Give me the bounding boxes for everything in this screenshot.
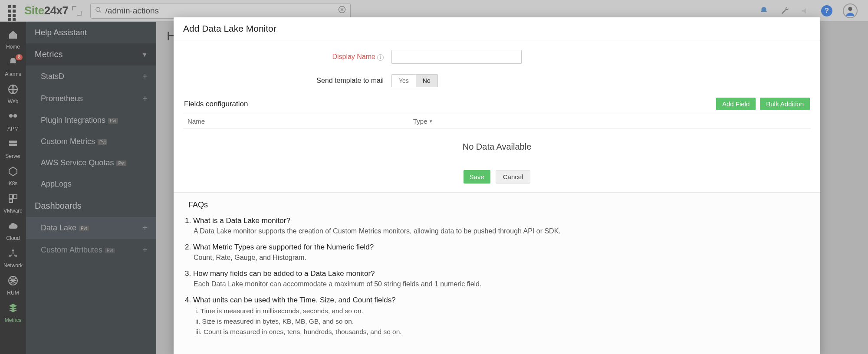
wrench-icon[interactable] [779,6,790,16]
left-rail: Home 8Alarms Web APM Server K8s VMware C… [0,22,26,354]
chevron-down-icon: ▼ [141,51,148,58]
pvt-badge: Pvt [105,248,115,253]
svg-point-15 [12,249,14,251]
add-data-lake-modal: Add Data Lake Monitor Display Namei Send… [174,17,820,354]
sidebar-aws-service-quotas[interactable]: AWS Service QuotasPvt [26,152,156,174]
col-name: Name [187,118,413,125]
info-icon[interactable]: i [377,54,384,61]
svg-point-0 [96,7,100,11]
rail-network[interactable]: Network [0,245,26,272]
sidebar-data-lake[interactable]: Data LakePvt+ [26,217,156,239]
toggle-yes[interactable]: Yes [392,75,416,87]
faq-question: 4. What units can be used with the Time,… [185,296,809,305]
sidebar-statsd[interactable]: StatsD+ [26,66,156,88]
rail-alarms[interactable]: 8Alarms [0,53,26,81]
apps-launcher-icon[interactable] [4,3,19,18]
rail-label: K8s [9,180,18,187]
svg-rect-12 [9,195,13,198]
expand-icon[interactable] [72,6,82,16]
logo-part1: Site [24,4,44,17]
faq-answer: Each Data Lake monitor can accommodate a… [185,280,809,288]
plus-icon[interactable]: + [142,72,148,82]
clear-search-icon[interactable] [338,6,346,16]
faq-question: 2. What Metric Types are supported for t… [185,243,809,252]
user-avatar[interactable] [843,3,858,18]
svg-rect-10 [9,144,17,146]
rail-apm[interactable]: APM [0,108,26,135]
svg-rect-9 [9,141,17,143]
rail-rum[interactable]: RUM [0,272,26,299]
fields-config-title: Fields configuration [184,100,248,108]
sidebar-dashboards-header[interactable]: Dashboards [26,195,156,217]
faq-answer: Count, Rate, Gauge, and Histogram. [185,254,809,262]
rail-label: APM [7,126,19,132]
plus-icon[interactable]: + [142,94,148,104]
display-name-input[interactable] [391,50,522,64]
svg-marker-11 [9,167,17,176]
faq-sub-answer: i. Time is measured in milliseconds, sec… [185,307,809,315]
sidebar-custom-metrics[interactable]: Custom MetricsPvt [26,131,156,152]
sidebar-prometheus[interactable]: Prometheus+ [26,88,156,110]
rail-metrics[interactable]: Metrics [0,299,26,327]
logo-part2: 24x7 [44,4,69,17]
svg-point-7 [9,114,13,118]
rail-cloud[interactable]: Cloud [0,217,26,245]
plus-icon[interactable]: + [142,245,148,255]
fields-table-header: Name Type▾ [183,114,811,129]
pvt-badge: Pvt [98,139,107,145]
sidebar-help-assistant[interactable]: Help Assistant [26,22,156,43]
rail-label: VMware [3,208,23,214]
search-input[interactable] [105,6,338,16]
svg-rect-14 [9,199,13,203]
faq-question: 1. What is a Data Lake monitor? [185,216,809,225]
svg-point-17 [15,255,17,257]
cancel-button[interactable]: Cancel [496,170,531,184]
plus-icon[interactable]: + [142,223,148,233]
logo[interactable]: Site24x7 [24,4,69,17]
svg-point-8 [13,114,17,118]
announcement-icon[interactable] [800,6,811,16]
col-type[interactable]: Type▾ [413,118,432,125]
pvt-badge: Pvt [116,161,126,166]
chevron-down-icon: ▾ [430,118,432,124]
modal-title: Add Data Lake Monitor [174,17,820,40]
rail-home[interactable]: Home [0,26,26,53]
sidebar: Help Assistant Metrics▼ StatsD+ Promethe… [26,22,156,354]
sidebar-applogs[interactable]: AppLogs [26,174,156,195]
pvt-badge: Pvt [79,226,89,231]
alarm-badge: 8 [16,54,23,60]
svg-point-16 [9,255,11,257]
faq-sub-answer: ii. Size is measured in bytes, KB, MB, G… [185,318,809,325]
rail-server[interactable]: Server [0,135,26,163]
faq-sub-answer: iii. Count is measured in ones, tens, hu… [185,328,809,336]
notification-bell-icon[interactable] [759,6,769,16]
faq-section: FAQs 1. What is a Data Lake monitor? A D… [174,192,820,354]
rail-label: Web [8,98,18,105]
rail-web[interactable]: Web [0,81,26,108]
rail-vmware[interactable]: VMware [0,190,26,217]
rail-label: Metrics [5,317,22,323]
bulk-addition-button[interactable]: Bulk Addition [760,98,810,110]
sidebar-metrics-header[interactable]: Metrics▼ [26,43,156,66]
toggle-no[interactable]: No [416,75,437,87]
sidebar-plugin-integrations[interactable]: Plugin IntegrationsPvt [26,110,156,131]
faq-answer: A Data Lake monitor supports the creatio… [185,227,809,235]
save-button[interactable]: Save [464,170,490,184]
send-template-toggle: Yes No [391,74,438,87]
rail-label: Cloud [6,235,20,241]
rail-k8s[interactable]: K8s [0,163,26,190]
search-box[interactable] [90,3,351,19]
faq-title: FAQs [185,200,809,210]
faq-item: 4. What units can be used with the Time,… [185,296,809,336]
no-data-message: No Data Available [183,129,811,165]
help-icon[interactable]: ? [821,5,832,16]
topbar-right: ? [759,3,864,18]
svg-line-1 [99,11,101,13]
faq-item: 1. What is a Data Lake monitor? A Data L… [185,216,809,235]
sidebar-custom-attributes[interactable]: Custom AttributesPvt+ [26,239,156,261]
rail-label: RUM [7,290,19,296]
display-name-label: Display Namei [183,53,391,61]
svg-rect-13 [13,195,17,198]
add-field-button[interactable]: Add Field [716,98,756,110]
svg-point-5 [848,7,852,10]
